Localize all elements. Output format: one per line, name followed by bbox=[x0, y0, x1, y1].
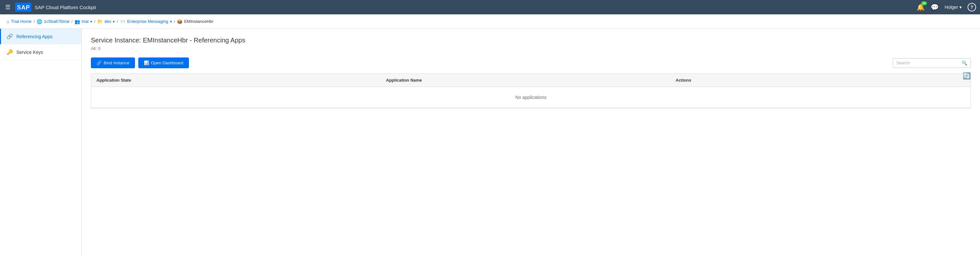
bind-icon: 🔗 bbox=[96, 60, 102, 65]
sidebar-item-referencing-apps[interactable]: 🔗 Referencing Apps bbox=[0, 29, 81, 44]
open-dashboard-label: Open Dashboard bbox=[151, 60, 183, 65]
notifications-button[interactable]: 🔔 30 bbox=[916, 3, 925, 11]
help-icon: ? bbox=[970, 5, 974, 10]
table-header: Application State Application Name Actio… bbox=[91, 74, 970, 87]
breadcrumb-sep-4: / bbox=[174, 19, 175, 24]
table-container: Application State Application Name Actio… bbox=[91, 73, 971, 108]
globe-icon: 🌐 bbox=[37, 19, 42, 24]
main-content: Service Instance: EMInstanceHbr - Refere… bbox=[82, 29, 980, 256]
link-icon: 🔗 bbox=[6, 33, 13, 40]
help-button[interactable]: ? bbox=[967, 3, 976, 11]
trial-chevron-icon[interactable]: ▾ bbox=[90, 19, 92, 24]
em-chevron-icon[interactable]: ▾ bbox=[170, 19, 172, 24]
toolbar-left: 🔗 Bind Instance 📊 Open Dashboard bbox=[91, 57, 189, 68]
refresh-icon: 🔄 bbox=[963, 72, 971, 79]
nav-right: 🔔 30 💬 Holger ▾ ? bbox=[916, 3, 976, 11]
dashboard-icon: 📊 bbox=[144, 60, 149, 65]
breadcrumb-sep-2: / bbox=[94, 19, 95, 24]
breadcrumb-sep-1: / bbox=[71, 19, 73, 24]
user-menu-button[interactable]: Holger ▾ bbox=[945, 5, 962, 10]
main-layout: 🔗 Referencing Apps 🔑 Service Keys Servic… bbox=[0, 29, 980, 256]
table-empty-message: No applications bbox=[91, 87, 970, 108]
bind-instance-label: Bind Instance bbox=[103, 60, 129, 65]
home-icon: ⌂ bbox=[6, 19, 9, 24]
messaging-icon: 📨 bbox=[120, 19, 126, 24]
page-title: Service Instance: EMInstanceHbr - Refere… bbox=[91, 36, 971, 44]
breadcrumb-trial[interactable]: 👥 trial ▾ bbox=[75, 19, 92, 24]
user-chevron-icon: ▾ bbox=[959, 5, 962, 10]
folder-icon: 📁 bbox=[97, 19, 103, 24]
breadcrumb-enterprise-messaging[interactable]: 📨 Enterprise Messaging ▾ bbox=[120, 19, 172, 24]
breadcrumb-dev[interactable]: 📁 dev ▾ bbox=[97, 19, 115, 24]
notifications-badge: 30 bbox=[921, 1, 927, 5]
comments-button[interactable]: 💬 bbox=[931, 3, 939, 11]
search-icon[interactable]: 🔍 bbox=[962, 60, 967, 66]
chat-icon: 💬 bbox=[931, 3, 939, 11]
breadcrumb-eminstance[interactable]: 📦 EMInstanceHbr bbox=[177, 19, 213, 24]
col-actions: Actions bbox=[676, 78, 965, 83]
all-count: All: 0 bbox=[91, 46, 971, 51]
open-dashboard-button[interactable]: 📊 Open Dashboard bbox=[138, 57, 189, 68]
search-box: 🔍 bbox=[893, 58, 971, 68]
breadcrumb-eminstance-label: EMInstanceHbr bbox=[184, 19, 213, 24]
group-icon: 👥 bbox=[75, 19, 80, 24]
col-application-name: Application Name bbox=[386, 78, 676, 83]
sidebar-item-service-keys-label: Service Keys bbox=[16, 50, 43, 55]
refresh-button[interactable]: 🔄 bbox=[963, 72, 971, 80]
nav-left: ☰ SAP SAP Cloud Platform Cockpit bbox=[4, 2, 96, 12]
sidebar-item-referencing-apps-label: Referencing Apps bbox=[16, 34, 52, 39]
content-header-actions: 🔄 bbox=[963, 72, 971, 80]
breadcrumb-trial-home[interactable]: ⌂ Trial Home bbox=[6, 19, 32, 24]
breadcrumb-1c5ba676trial[interactable]: 🌐 1c5ba676trial bbox=[37, 19, 69, 24]
breadcrumb-enterprise-messaging-label: Enterprise Messaging bbox=[127, 19, 169, 24]
breadcrumb-sep-0: / bbox=[34, 19, 35, 24]
app-title: SAP Cloud Platform Cockpit bbox=[35, 5, 96, 10]
dev-chevron-icon[interactable]: ▾ bbox=[113, 19, 115, 24]
top-nav: ☰ SAP SAP Cloud Platform Cockpit 🔔 30 💬 … bbox=[0, 0, 980, 14]
breadcrumb-trial-label: trial bbox=[82, 19, 89, 24]
breadcrumb-1c5ba676trial-label: 1c5ba676trial bbox=[44, 19, 69, 24]
search-input[interactable] bbox=[896, 60, 962, 65]
svg-text:SAP: SAP bbox=[17, 4, 29, 11]
toolbar: 🔗 Bind Instance 📊 Open Dashboard 🔍 bbox=[91, 57, 971, 68]
breadcrumb-dev-label: dev bbox=[104, 19, 111, 24]
sap-logo: SAP bbox=[15, 3, 31, 12]
bind-instance-button[interactable]: 🔗 Bind Instance bbox=[91, 57, 135, 68]
breadcrumb-sep-3: / bbox=[117, 19, 118, 24]
key-icon: 🔑 bbox=[6, 49, 13, 55]
breadcrumb: ⌂ Trial Home / 🌐 1c5ba676trial / 👥 trial… bbox=[0, 14, 980, 29]
col-application-state: Application State bbox=[96, 78, 386, 83]
user-name: Holger bbox=[945, 5, 958, 10]
hamburger-button[interactable]: ☰ bbox=[4, 2, 12, 12]
sidebar-item-service-keys[interactable]: 🔑 Service Keys bbox=[0, 44, 81, 60]
instance-icon: 📦 bbox=[177, 19, 182, 24]
sidebar: 🔗 Referencing Apps 🔑 Service Keys bbox=[0, 29, 82, 256]
breadcrumb-trial-home-label: Trial Home bbox=[11, 19, 31, 24]
